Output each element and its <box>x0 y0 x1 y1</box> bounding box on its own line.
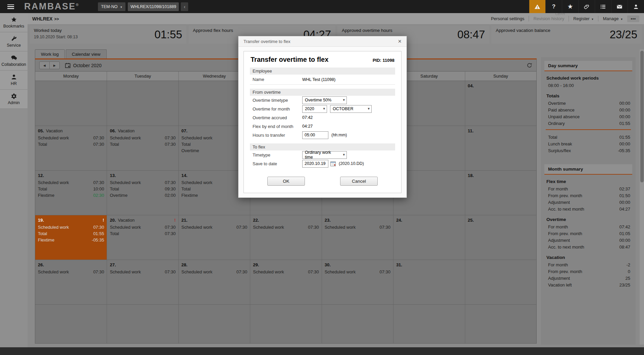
calendar-day-cell[interactable]: 12.Scheduled work07:30Total10:00Flextime… <box>35 170 107 215</box>
manage-menu[interactable]: Manage <box>603 16 623 21</box>
paperclip-icon[interactable] <box>578 0 595 13</box>
summary-label: 08:00 - 16:00 <box>548 82 574 89</box>
stat-tile-worked-today: Worked today19.10.2020 Start: 08:13 01:5… <box>30 26 186 44</box>
personal-settings-link[interactable]: Personal settings <box>491 16 525 21</box>
cancel-button[interactable]: Cancel <box>340 177 378 186</box>
back-button[interactable]: ‹ <box>181 2 188 11</box>
refresh-icon[interactable] <box>527 62 532 68</box>
calendar-day-cell[interactable] <box>322 304 393 343</box>
calendar-day-cell[interactable]: 18. <box>465 170 536 215</box>
revision-history-link: Ctrl+H Revision history <box>533 16 564 21</box>
tab-calendar-view[interactable]: Calendar view <box>66 49 107 58</box>
star-icon[interactable]: ★ <box>562 0 578 13</box>
sidebar-item-bookmarks[interactable]: Bookmarks <box>0 13 28 32</box>
day-number: 29. <box>253 262 259 267</box>
calendar-day-cell[interactable] <box>250 304 321 343</box>
calendar-day-cell[interactable] <box>35 81 107 126</box>
help-icon[interactable]: ? <box>545 0 562 13</box>
transfer-overtime-dialog: Transfer overtime to flex × Transfer ove… <box>238 36 407 198</box>
warning-icon[interactable] <box>529 0 545 13</box>
entry-label: Total <box>110 141 119 147</box>
calendar-day-cell[interactable]: 04. <box>465 81 536 126</box>
day-number: 18. <box>468 173 474 178</box>
sidebar-item-hr[interactable]: HR <box>0 71 28 90</box>
environment-select[interactable]: TEM-NO <box>98 2 125 11</box>
entry-label: Total <box>181 186 191 192</box>
next-month-button[interactable]: ▶ <box>49 61 60 69</box>
entry-value: 09:30 <box>165 186 176 192</box>
wrench-icon <box>11 36 17 42</box>
stat-sub: 19.10.2020 Start: 08:13 <box>34 35 78 39</box>
calendar-day-cell[interactable]: 21.Scheduled work07:30 <box>178 215 250 260</box>
date-picker-icon[interactable] <box>330 161 336 166</box>
calendar-day-cell[interactable] <box>107 304 178 343</box>
timetype-select[interactable]: Ordinary work time <box>302 151 347 159</box>
summary-value: 00:00 <box>619 141 630 147</box>
calendar-day-cell[interactable]: 25. <box>465 215 536 260</box>
month-select[interactable]: OCTOBER <box>330 105 372 113</box>
calendar-day-cell[interactable]: 27.Scheduled work07:30 <box>107 260 178 304</box>
calendar-day-cell[interactable]: 30.Scheduled work07:30 <box>322 260 393 304</box>
field-label: Overtime for month <box>253 106 302 112</box>
summary-value: 23/25 <box>619 282 630 289</box>
summary-value: 00:00 <box>619 100 630 107</box>
overtime-timetype-select[interactable]: Overtime 50% <box>302 96 347 104</box>
year-select[interactable]: 2020 <box>302 105 327 113</box>
document-reference-input[interactable] <box>128 2 179 11</box>
entry-value: 07:30 <box>380 224 391 230</box>
calendar-day-cell[interactable]: 31. <box>393 260 465 304</box>
calendar-day-cell[interactable]: 20.Vacation!Scheduled work07:30Total07:3… <box>107 215 178 260</box>
tab-work-log[interactable]: Work log <box>35 49 65 58</box>
calendar-day-cell[interactable]: 05.VacationScheduled work07:30Total07:30 <box>35 126 107 170</box>
summary-label: Acc. to next month <box>548 206 584 213</box>
calendar-day-cell[interactable] <box>393 304 465 343</box>
sidebar-item-admin[interactable]: Admin <box>0 90 28 109</box>
summary-label: Overtime <box>548 100 566 107</box>
sidebar-item-service[interactable]: Service <box>0 32 28 51</box>
list-icon[interactable] <box>595 0 611 13</box>
calendar-day-cell[interactable] <box>465 260 536 304</box>
stat-value: 08:47 <box>457 28 485 41</box>
calendar-day-cell[interactable]: 19.!Scheduled work07:30Total01:55Flextim… <box>35 215 107 260</box>
day-tag: Vacation <box>118 128 135 133</box>
sidebar-item-collaboration[interactable]: Collaboration <box>0 51 28 71</box>
star-icon <box>11 16 17 23</box>
entry-label: Scheduled work <box>38 224 69 230</box>
calendar-day-cell[interactable]: 24. <box>393 215 465 260</box>
previous-month-button[interactable]: ◀ <box>39 61 50 69</box>
close-icon[interactable]: × <box>398 38 401 44</box>
envelope-icon[interactable] <box>611 0 628 13</box>
day-entry-row: Total01:55 <box>38 230 104 237</box>
scrollbar-thumb[interactable] <box>640 51 644 182</box>
calendar-day-cell[interactable] <box>465 304 536 343</box>
calendar-day-cell[interactable]: 13.Scheduled work07:30Total09:30Overtime… <box>107 170 178 215</box>
hours-to-transfer-input[interactable] <box>302 131 328 139</box>
month-summary: Month summaryFlex timeFor month02:37From… <box>541 164 636 289</box>
calendar-day-cell[interactable] <box>178 304 250 343</box>
more-options-button[interactable]: ••• <box>627 15 639 22</box>
calendar-day-cell[interactable]: 26.Scheduled work07:30 <box>35 260 107 304</box>
registered-mark: ® <box>76 3 78 7</box>
entry-label: Scheduled work <box>325 224 356 230</box>
calendar-day-cell[interactable]: 22.Scheduled work07:30 <box>250 215 321 260</box>
day-entry-row: Scheduled work <box>181 135 247 141</box>
menu-icon[interactable] <box>7 4 14 9</box>
calendar-day-cell[interactable] <box>107 81 178 126</box>
calendar-day-cell[interactable]: 28.Scheduled work07:30 <box>178 260 250 304</box>
summary-label: Adjustment <box>548 275 570 282</box>
day-tag: Vacation <box>46 128 63 133</box>
calendar-day-cell[interactable]: 29.Scheduled work07:30 <box>250 260 321 304</box>
save-to-date-input[interactable] <box>302 160 328 168</box>
calendar-day-cell[interactable]: 06.VacationScheduled work07:30Total07:30 <box>107 126 178 170</box>
summary-value: 0 <box>628 268 630 275</box>
entry-value: -05:35 <box>92 237 104 243</box>
ok-button[interactable]: OK <box>267 177 305 186</box>
entry-label: Flextime <box>38 192 54 198</box>
register-menu[interactable]: Register <box>573 16 594 21</box>
top-bar: RAMBASE® TEM-NO ‹ ? ★ <box>0 0 644 13</box>
calendar-day-cell[interactable]: 23.Scheduled work07:30 <box>322 215 393 260</box>
summary-label: Surplus/flex <box>548 147 571 154</box>
person-icon[interactable] <box>628 0 644 13</box>
calendar-day-cell[interactable] <box>35 304 107 343</box>
calendar-day-cell[interactable]: 11. <box>465 126 536 170</box>
